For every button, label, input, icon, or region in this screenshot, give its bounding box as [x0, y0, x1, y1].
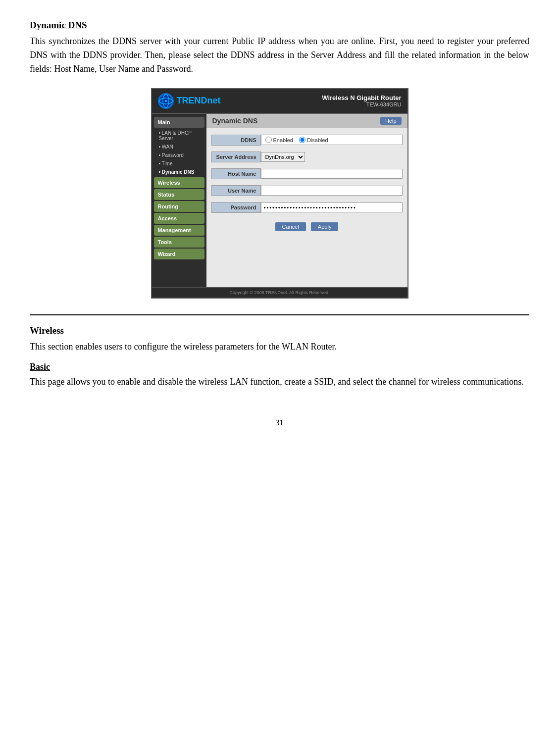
server-address-label: Server Address	[211, 151, 261, 162]
sidebar-management-section: Management	[152, 225, 206, 236]
wireless-paragraph2: This page allows you to enable and disab…	[30, 375, 529, 389]
sidebar-main-section: Main LAN & DHCP Server WAN Password Time…	[152, 117, 206, 176]
host-name-label: Host Name	[211, 168, 261, 179]
ddns-label: DDNS	[211, 135, 261, 146]
server-address-row: Server Address DynDns.org	[211, 150, 403, 164]
logo-text: TRENDnet	[177, 96, 221, 106]
sidebar-routing-header[interactable]: Routing	[154, 201, 204, 212]
main-content-area: Dynamic DNS Help DDNS Enabled	[206, 114, 407, 287]
page-content: Dynamic DNS This synchronizes the DDNS s…	[30, 20, 529, 427]
sidebar-wireless-section: Wireless	[152, 177, 206, 188]
dynamic-dns-title: Dynamic DNS	[30, 20, 529, 31]
disabled-radio-label[interactable]: Disabled	[299, 137, 328, 143]
disabled-radio[interactable]	[299, 137, 305, 143]
host-name-row: Host Name	[211, 167, 403, 181]
router-body: Main LAN & DHCP Server WAN Password Time…	[152, 114, 407, 287]
sidebar-access-section: Access	[152, 213, 206, 224]
ddns-radio-group: Enabled Disabled	[261, 135, 403, 145]
router-screenshot: TRENDnet Wireless N Gigabit Router TEW-6…	[30, 88, 529, 299]
logo-icon	[158, 93, 174, 109]
sidebar-status-header[interactable]: Status	[154, 189, 204, 200]
svg-point-3	[165, 100, 167, 102]
enabled-radio-label[interactable]: Enabled	[265, 137, 293, 143]
section-divider	[30, 314, 529, 315]
sidebar-wizard-section: Wizard	[152, 249, 206, 259]
page-number: 31	[30, 418, 529, 427]
wireless-paragraph1: This section enables users to configure …	[30, 340, 529, 354]
user-name-row: User Name	[211, 184, 403, 198]
sidebar-routing-section: Routing	[152, 201, 206, 212]
router-model: Wireless N Gigabit Router TEW-634GRU	[322, 94, 401, 107]
user-name-label: User Name	[211, 185, 261, 196]
sidebar: Main LAN & DHCP Server WAN Password Time…	[152, 114, 206, 287]
sidebar-status-section: Status	[152, 189, 206, 200]
router-ui: TRENDnet Wireless N Gigabit Router TEW-6…	[151, 88, 408, 299]
router-header: TRENDnet Wireless N Gigabit Router TEW-6…	[152, 89, 407, 114]
dynamic-dns-section: Dynamic DNS This synchronizes the DDNS s…	[30, 20, 529, 76]
sidebar-tools-header[interactable]: Tools	[154, 237, 204, 248]
sidebar-item-dynamic-dns[interactable]: Dynamic DNS	[152, 168, 206, 176]
server-address-select[interactable]: DynDns.org	[261, 152, 305, 162]
password-label: Password	[211, 202, 261, 213]
sidebar-item-time[interactable]: Time	[152, 159, 206, 168]
help-button[interactable]: Help	[380, 117, 402, 125]
wireless-title: Wireless	[30, 325, 529, 336]
host-name-input[interactable]	[261, 169, 403, 179]
content-title: Dynamic DNS	[212, 117, 258, 125]
router-title: Wireless N Gigabit Router	[322, 94, 401, 101]
sidebar-main-header[interactable]: Main	[154, 117, 204, 128]
sidebar-item-wan[interactable]: WAN	[152, 143, 206, 151]
cancel-button[interactable]: Cancel	[275, 222, 306, 231]
enabled-label-text: Enabled	[273, 137, 293, 143]
content-header: Dynamic DNS Help	[206, 114, 407, 128]
user-name-input[interactable]	[261, 186, 403, 196]
password-input[interactable]	[261, 202, 403, 212]
dynamic-dns-paragraph: This synchronizes the DDNS server with y…	[30, 35, 529, 76]
disabled-label-text: Disabled	[307, 137, 328, 143]
form-table: DDNS Enabled Disabled	[206, 128, 407, 239]
enabled-radio[interactable]	[265, 137, 272, 143]
router-footer: Copyright © 2008 TRENDnet. All Rights Re…	[152, 287, 407, 298]
sidebar-management-header[interactable]: Management	[154, 225, 204, 236]
button-row: Cancel Apply	[211, 219, 403, 234]
footer-text: Copyright © 2008 TRENDnet. All Rights Re…	[229, 290, 329, 295]
trendnet-logo: TRENDnet	[158, 93, 221, 109]
sidebar-wireless-header[interactable]: Wireless	[154, 177, 204, 188]
sidebar-access-header[interactable]: Access	[154, 213, 204, 224]
sidebar-item-password[interactable]: Password	[152, 151, 206, 159]
wireless-section: Wireless This section enables users to c…	[30, 325, 529, 389]
sidebar-wizard-header[interactable]: Wizard	[154, 249, 204, 259]
apply-button[interactable]: Apply	[311, 222, 339, 231]
basic-subtitle: Basic	[30, 362, 529, 372]
router-model-number: TEW-634GRU	[322, 101, 401, 107]
sidebar-item-lan[interactable]: LAN & DHCP Server	[152, 129, 206, 143]
password-row: Password	[211, 201, 403, 214]
ddns-row: DDNS Enabled Disabled	[211, 133, 403, 147]
sidebar-tools-section: Tools	[152, 237, 206, 248]
